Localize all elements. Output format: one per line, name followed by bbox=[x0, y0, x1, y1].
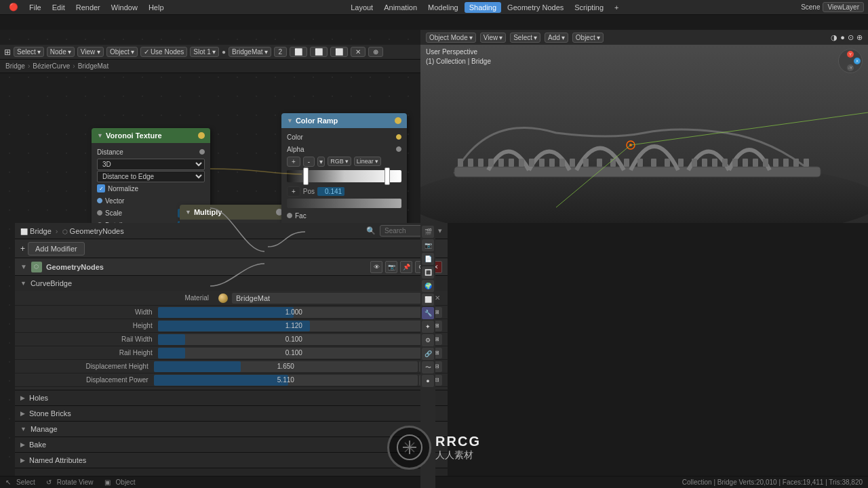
node-view-btn3[interactable]: ⬜ bbox=[330, 47, 348, 57]
bc-item-1[interactable]: Bridge bbox=[5, 62, 25, 70]
object-dropdown[interactable]: Object ▾ bbox=[106, 47, 138, 57]
color-ramp-rgb-select[interactable]: RGB ▾ bbox=[328, 157, 351, 166]
props-icon-render[interactable]: 📷 bbox=[422, 239, 434, 251]
voronoi-normalize-checkbox[interactable]: ✓ bbox=[97, 184, 105, 192]
slot-dropdown[interactable]: Slot 1 ▾ bbox=[190, 47, 219, 57]
ramp-marker-2[interactable] bbox=[384, 167, 390, 185]
props-icon-output[interactable]: 📄 bbox=[422, 253, 434, 265]
nav-sphere[interactable]: Y -Y X bbox=[838, 49, 863, 73]
node-view-btn1[interactable]: ⬜ bbox=[290, 47, 307, 57]
modifier-realtime-btn[interactable]: 👁 bbox=[370, 261, 382, 273]
blender-icon[interactable]: 🔴 bbox=[4, 1, 23, 13]
props-bc-geonodes[interactable]: ⬡ GeometryNodes bbox=[62, 227, 124, 235]
props-bc-bridge[interactable]: ⬜ Bridge bbox=[20, 227, 52, 235]
color-ramp-alpha-socket[interactable] bbox=[396, 146, 401, 152]
props-filter-icon[interactable]: ▾ bbox=[438, 226, 442, 235]
bc-item-2[interactable]: BézierCurve bbox=[33, 62, 70, 70]
object-dropdown[interactable]: Object ▾ bbox=[572, 33, 604, 43]
menu-edit[interactable]: Edit bbox=[47, 2, 70, 13]
tab-shading[interactable]: Shading bbox=[465, 2, 501, 13]
prop-disp-power-bar[interactable]: 5.110 bbox=[154, 375, 418, 386]
curve-bridge-expand[interactable]: ▼ bbox=[20, 280, 26, 287]
viewport-gizmo-btn[interactable]: ⊕ bbox=[856, 33, 863, 42]
material-value[interactable]: BridgeMat bbox=[232, 293, 429, 304]
color-ramp-color-socket[interactable] bbox=[396, 134, 401, 140]
viewport-shading-render[interactable]: ● bbox=[840, 33, 845, 41]
pos-value[interactable]: 0.141 bbox=[317, 187, 344, 196]
tab-animation[interactable]: Animation bbox=[379, 2, 422, 13]
color-ramp-node[interactable]: ▼ Color Ramp Color Alpha + - bbox=[281, 113, 407, 226]
node-overlay-btn[interactable]: ⊕ bbox=[368, 47, 383, 57]
bc-item-3[interactable]: BridgeMat bbox=[78, 62, 109, 70]
tab-scripting[interactable]: Scripting bbox=[570, 2, 608, 13]
ramp-marker-1[interactable] bbox=[303, 167, 309, 185]
tab-layout[interactable]: Layout bbox=[346, 2, 378, 13]
node-pin-btn[interactable]: ✕ bbox=[351, 47, 366, 57]
stone-bricks-header[interactable]: ▶ Stone Bricks bbox=[15, 406, 448, 421]
color-ramp-fac-socket[interactable] bbox=[287, 213, 292, 218]
view-dropdown[interactable]: View ▾ bbox=[77, 47, 104, 57]
prop-disp-height-bar[interactable]: 1.650 bbox=[154, 361, 418, 372]
prop-width-bar[interactable]: 1.000 bbox=[158, 307, 430, 318]
color-ramp-mode-btn[interactable]: ▾ bbox=[317, 157, 325, 167]
props-icon-world[interactable]: 🌍 bbox=[422, 280, 434, 292]
props-icon-object[interactable]: ⬜ bbox=[422, 293, 434, 306]
modifier-pin-btn[interactable]: 📌 bbox=[400, 261, 412, 273]
viewport-nav-gizmo[interactable]: Y -Y X bbox=[838, 49, 863, 73]
menu-help[interactable]: Help bbox=[144, 2, 169, 13]
color-ramp-swatch[interactable] bbox=[287, 199, 401, 208]
voronoi-feature-select[interactable]: Distance to Edge bbox=[97, 171, 205, 182]
props-icon-constraints[interactable]: 🔗 bbox=[422, 348, 434, 360]
color-ramp-interp-select[interactable]: Linear ▾ bbox=[354, 157, 381, 166]
holes-header[interactable]: ▶ Holes bbox=[15, 390, 448, 405]
select-dropdown[interactable]: Select ▾ bbox=[14, 47, 44, 57]
viewport-shading-solid[interactable]: ◑ bbox=[831, 33, 837, 42]
prop-height-row: Height 1.120 ⊞ bbox=[15, 319, 448, 333]
select-dropdown[interactable]: Select ▾ bbox=[510, 33, 540, 43]
pos-value-btn[interactable]: + bbox=[287, 186, 300, 197]
modifier-render-btn[interactable]: 📷 bbox=[385, 261, 397, 273]
props-icon-modifier[interactable]: 🔧 bbox=[422, 307, 434, 319]
menu-file[interactable]: File bbox=[24, 2, 46, 13]
color-ramp-remove-btn[interactable]: - bbox=[303, 157, 315, 167]
menu-render[interactable]: Render bbox=[71, 2, 105, 13]
menu-window[interactable]: Window bbox=[106, 2, 142, 13]
voronoi-scale-socket[interactable] bbox=[97, 210, 102, 216]
add-dropdown[interactable]: Add ▾ bbox=[545, 33, 568, 43]
prop-rail-height-bar[interactable]: 0.100 bbox=[158, 348, 430, 359]
nav-bottom[interactable]: -Y bbox=[847, 64, 854, 71]
props-icon-data[interactable]: 〜 bbox=[422, 361, 434, 373]
editor-type-icon[interactable]: ⊞ bbox=[4, 47, 11, 57]
props-icon-view[interactable]: 🔳 bbox=[422, 266, 434, 279]
prop-height-bar[interactable]: 1.120 bbox=[158, 321, 430, 331]
node-view-btn2[interactable]: ⬜ bbox=[310, 47, 328, 57]
add-modifier-button[interactable]: Add Modifier bbox=[28, 242, 85, 256]
voronoi-distance-socket[interactable] bbox=[199, 149, 205, 155]
nav-right[interactable]: X bbox=[854, 58, 861, 64]
tab-add[interactable]: + bbox=[610, 2, 623, 13]
node-dropdown[interactable]: Node ▾ bbox=[47, 47, 75, 57]
modifier-expand-arrow[interactable]: ▼ bbox=[20, 263, 27, 270]
viewport-bg[interactable]: User Perspective (1) Collection | Bridge bbox=[420, 45, 868, 223]
node-num-btn[interactable]: 2 bbox=[274, 47, 288, 57]
props-icon-particles[interactable]: ✦ bbox=[422, 321, 434, 333]
svg-rect-28 bbox=[753, 159, 758, 167]
stone-bricks-chevron: ▶ bbox=[20, 410, 25, 417]
props-icon-physics[interactable]: ⚙ bbox=[422, 334, 434, 346]
viewport-overlay-btn[interactable]: ⊙ bbox=[848, 33, 854, 42]
tab-modeling[interactable]: Modeling bbox=[423, 2, 463, 13]
view-dropdown[interactable]: View ▾ bbox=[480, 33, 507, 43]
color-ramp-gradient[interactable] bbox=[287, 170, 401, 182]
prop-rail-width-bar[interactable]: 0.100 bbox=[158, 334, 430, 345]
color-ramp-add-btn[interactable]: + bbox=[287, 157, 300, 167]
props-icon-material[interactable]: ● bbox=[422, 375, 434, 387]
nav-top[interactable]: Y bbox=[847, 51, 854, 58]
voronoi-dimension-select[interactable]: 3D bbox=[97, 159, 205, 170]
view-layer-btn[interactable]: ViewLayer bbox=[823, 2, 864, 12]
voronoi-vector-socket[interactable] bbox=[97, 198, 102, 203]
object-mode-dropdown[interactable]: Object Mode ▾ bbox=[426, 33, 476, 43]
use-nodes-toggle[interactable]: ✓ Use Nodes bbox=[140, 47, 187, 57]
tab-geometry-nodes[interactable]: Geometry Nodes bbox=[502, 2, 568, 13]
material-dropdown[interactable]: BridgeMat ▾ bbox=[229, 47, 271, 57]
props-icon-scene[interactable]: 🎬 bbox=[422, 226, 434, 238]
